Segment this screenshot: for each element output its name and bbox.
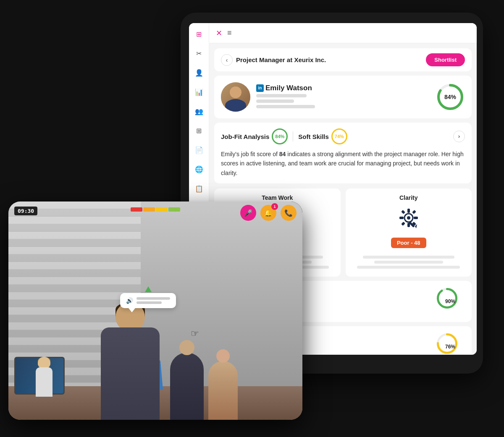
bubble-line xyxy=(136,297,170,300)
bubble-arrow xyxy=(145,286,152,292)
profile-card: in Emily Watson 84% xyxy=(214,76,472,118)
sidebar-icon-table[interactable]: ⊞ xyxy=(193,125,205,136)
video-screen: 🔊 ☞ 09:30 🎤 🔔 1 xyxy=(8,201,302,420)
skill-clarity-title: Clarity xyxy=(352,194,466,201)
svg-rect-13 xyxy=(401,222,405,226)
header-card: ‹ Project Manager at Xeurix Inc. Shortli… xyxy=(214,48,472,71)
sidebar-icon-group[interactable]: 👥 xyxy=(193,105,205,117)
skill-card-clarity: Clarity xyxy=(346,188,472,277)
skill-clarity-icon xyxy=(352,205,466,233)
tab-job-fit[interactable]: Job-Fit Analysis 84% xyxy=(221,128,288,144)
profile-detail-3 xyxy=(256,105,315,108)
profile-name: Emily Watson xyxy=(265,84,312,92)
skill-clarity-lines xyxy=(352,256,466,269)
sidebar-icon-globe[interactable]: 🌐 xyxy=(193,163,205,175)
bubble-line xyxy=(136,301,162,304)
linkedin-icon: in xyxy=(256,84,264,92)
back-button[interactable]: ‹ xyxy=(221,54,233,66)
tab-divider xyxy=(293,131,293,141)
tablet-front: 🔊 ☞ 09:30 🎤 🔔 1 xyxy=(8,201,302,420)
sidebar-icon-report[interactable]: 📋 xyxy=(193,183,205,194)
profile-info: in Emily Watson xyxy=(256,84,315,110)
close-icon[interactable]: ✕ xyxy=(216,29,222,38)
st-score-label: 76% xyxy=(445,344,455,350)
tab-soft-skills-badge: 74% xyxy=(331,128,347,144)
skill-clarity-badge: Poor - 48 xyxy=(391,238,426,248)
woman-body xyxy=(36,367,52,397)
svg-rect-12 xyxy=(412,210,416,214)
sidebar-icon-person[interactable]: 👤 xyxy=(193,67,205,79)
analysis-card: Job-Fit Analysis 84% Soft Skills 74% › E… xyxy=(214,123,472,183)
svg-rect-11 xyxy=(401,210,405,214)
st-score-circle: 76% xyxy=(436,332,465,355)
svg-rect-10 xyxy=(414,217,418,219)
pm-score-label: 90% xyxy=(445,298,455,304)
person-front-body xyxy=(101,327,160,420)
menu-icon[interactable]: ≡ xyxy=(227,29,232,37)
tab-job-fit-badge: 84% xyxy=(272,128,288,144)
linkedin-badge: in Emily Watson xyxy=(256,84,312,92)
profile-detail-1 xyxy=(256,94,307,97)
analysis-text: Emily's job fit score of 84 indicates a … xyxy=(221,149,465,178)
volume-icon: 🔊 xyxy=(126,297,133,304)
profile-score-circle: 84% xyxy=(436,82,465,112)
sidebar-icon-grid[interactable]: ⊞ xyxy=(193,28,205,40)
svg-rect-7 xyxy=(407,209,410,213)
person-left xyxy=(170,353,204,420)
tab-job-fit-label: Job-Fit Analysis xyxy=(221,133,269,140)
tab-next-button[interactable]: › xyxy=(453,131,465,142)
pm-score-circle: 90% xyxy=(436,287,465,316)
bubble-lines xyxy=(136,297,170,304)
profile-score-label: 84% xyxy=(444,94,456,100)
shortlist-button[interactable]: Shortlist xyxy=(426,53,465,66)
job-title: Project Manager at Xeurix Inc. xyxy=(236,56,326,63)
avatar xyxy=(221,82,250,112)
sidebar-icon-file[interactable]: 📄 xyxy=(193,144,205,156)
tab-soft-skills[interactable]: Soft Skills 74% xyxy=(298,128,347,144)
tab-soft-skills-label: Soft Skills xyxy=(298,133,329,140)
analysis-text-bold: 84 xyxy=(279,151,286,157)
skill-teamwork-title: Team Work xyxy=(220,194,335,201)
header-left: ‹ Project Manager at Xeurix Inc. xyxy=(221,54,326,66)
skill-line xyxy=(374,261,443,264)
person-right xyxy=(208,361,238,420)
svg-point-6 xyxy=(407,216,410,220)
person-front xyxy=(97,294,164,420)
speech-bubble: 🔊 xyxy=(120,293,176,308)
sidebar-icon-chart[interactable]: 📊 xyxy=(193,86,205,98)
profile-left: in Emily Watson xyxy=(221,82,315,112)
top-bar: ✕ ≡ xyxy=(209,23,477,43)
skill-line xyxy=(363,256,454,259)
profile-detail-2 xyxy=(256,99,294,103)
analysis-text-p1: Emily's job fit score of xyxy=(221,151,279,157)
skill-line xyxy=(357,266,460,269)
tabs-row: Job-Fit Analysis 84% Soft Skills 74% › xyxy=(221,128,465,144)
woman-at-desk xyxy=(23,357,65,407)
svg-rect-9 xyxy=(399,217,404,219)
sidebar-icon-scissors[interactable]: ✂ xyxy=(193,47,205,59)
